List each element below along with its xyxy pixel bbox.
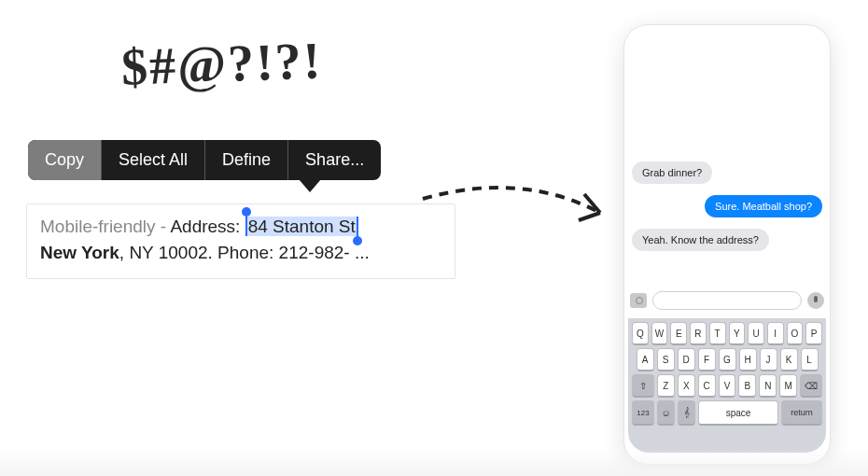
- define-button[interactable]: Define: [205, 140, 288, 180]
- snippet-rest: , NY 10002. Phone: 212-982- ...: [119, 243, 370, 262]
- snippet-address-label: Address:: [170, 217, 245, 236]
- message-sent[interactable]: Sure. Meatball shop?: [705, 195, 822, 217]
- key-t[interactable]: T: [709, 322, 726, 345]
- key-u[interactable]: U: [748, 322, 764, 345]
- key-i[interactable]: I: [767, 322, 784, 345]
- globe-key[interactable]: ☺: [657, 400, 675, 426]
- message-input[interactable]: [652, 291, 802, 310]
- numbers-key[interactable]: 123: [632, 400, 654, 426]
- key-a[interactable]: A: [637, 348, 654, 371]
- key-e[interactable]: E: [670, 322, 687, 345]
- key-v[interactable]: V: [719, 374, 736, 398]
- key-q[interactable]: Q: [632, 322, 649, 345]
- key-b[interactable]: B: [738, 374, 756, 398]
- key-g[interactable]: G: [719, 348, 736, 371]
- key-m[interactable]: M: [779, 374, 797, 398]
- key-d[interactable]: D: [678, 348, 695, 371]
- text-selection-menu: Copy Select All Define Share...: [28, 140, 381, 180]
- key-s[interactable]: S: [657, 348, 675, 371]
- menu-caret-icon: [299, 179, 321, 192]
- backspace-key[interactable]: ⌫: [800, 374, 822, 398]
- mic-send-icon[interactable]: [807, 292, 824, 309]
- key-x[interactable]: X: [678, 374, 695, 398]
- key-k[interactable]: K: [780, 348, 798, 371]
- key-p[interactable]: P: [805, 322, 822, 345]
- shift-key[interactable]: ⇧: [632, 374, 654, 398]
- camera-icon[interactable]: [630, 293, 647, 308]
- selected-text[interactable]: 84 Stanton St: [245, 217, 358, 236]
- select-all-button[interactable]: Select All: [102, 140, 205, 180]
- keyboard-row-2: ASDFGHJKL: [632, 348, 822, 371]
- key-r[interactable]: R: [690, 322, 707, 345]
- keyboard-row-3: ⇧ ZXCVBNM ⌫: [632, 374, 822, 398]
- messages-thread[interactable]: Grab dinner? Sure. Meatball shop? Yeah. …: [624, 53, 830, 277]
- key-j[interactable]: J: [760, 348, 777, 371]
- key-l[interactable]: L: [801, 348, 819, 371]
- keyboard: QWERTYUIOP ASDFGHJKL ⇧ ZXCVBNM ⌫ 123 ☺ 𝄞…: [628, 318, 826, 453]
- bottom-gradient: [0, 448, 868, 476]
- space-key[interactable]: space: [698, 400, 778, 426]
- phone-mockup: Grab dinner? Sure. Meatball shop? Yeah. …: [623, 24, 831, 465]
- key-w[interactable]: W: [651, 322, 668, 345]
- copy-button[interactable]: Copy: [28, 140, 102, 180]
- key-o[interactable]: O: [787, 322, 804, 345]
- arrow-icon: [418, 166, 623, 259]
- key-z[interactable]: Z: [657, 374, 675, 398]
- key-f[interactable]: F: [698, 348, 716, 371]
- return-key[interactable]: return: [781, 400, 822, 426]
- graffiti-text: $#@?!?!: [120, 30, 323, 96]
- message-received[interactable]: Grab dinner?: [632, 161, 712, 184]
- snippet-city: New York: [40, 243, 119, 262]
- key-h[interactable]: H: [739, 348, 757, 371]
- snippet-prefix: Mobile-friendly -: [40, 217, 170, 236]
- key-y[interactable]: Y: [729, 322, 746, 345]
- search-result-snippet[interactable]: Mobile-friendly - Address: 84 Stanton St…: [26, 203, 455, 279]
- message-received[interactable]: Yeah. Know the address?: [632, 229, 769, 251]
- key-c[interactable]: C: [698, 374, 716, 398]
- dictate-key[interactable]: 𝄞: [678, 400, 695, 426]
- keyboard-row-1: QWERTYUIOP: [632, 322, 822, 345]
- key-n[interactable]: N: [759, 374, 777, 398]
- share-button[interactable]: Share...: [288, 140, 381, 180]
